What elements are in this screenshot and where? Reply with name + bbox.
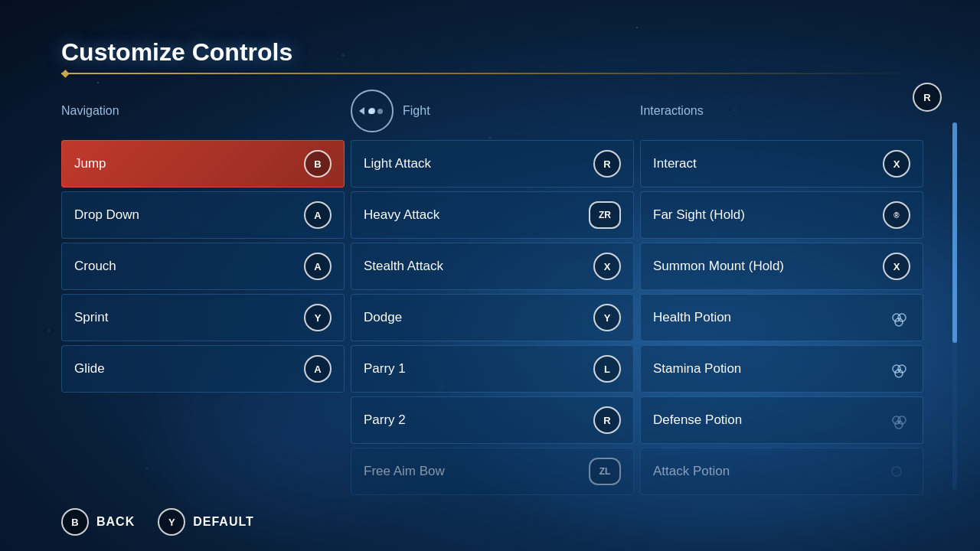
- dodge-key-badge: Y: [593, 304, 621, 331]
- summon-mount-label: Summon Mount (Hold): [653, 259, 784, 274]
- default-label: DEFAULT: [193, 515, 254, 529]
- sprint-label: Sprint: [74, 310, 108, 325]
- control-row-drop-down[interactable]: Drop Down A: [61, 191, 345, 239]
- svg-point-1: [893, 314, 900, 321]
- crouch-label: Crouch: [74, 259, 116, 274]
- control-row-jump[interactable]: Jump B: [61, 140, 345, 187]
- title-divider: [61, 73, 919, 74]
- parry-1-key-badge: L: [593, 355, 621, 383]
- health-potion-label: Health Potion: [653, 310, 731, 325]
- light-attack-label: Light Attack: [364, 156, 431, 171]
- interactions-header-label: Interactions: [640, 104, 923, 118]
- drop-down-label: Drop Down: [74, 207, 139, 223]
- fight-header-label: Fight: [403, 104, 430, 118]
- glide-key-badge: A: [304, 355, 332, 383]
- attack-potion-icon: [883, 458, 910, 485]
- bottom-bar: B BACK Y DEFAULT: [61, 497, 919, 536]
- stamina-potion-icon: [883, 355, 910, 383]
- control-row-sprint[interactable]: Sprint Y: [61, 294, 345, 341]
- far-sight-key-badge: ®: [883, 201, 910, 229]
- navigation-column: Jump B Drop Down A Crouch A Sprint Y Gli…: [61, 140, 345, 497]
- page-title: Customize Controls: [61, 38, 919, 67]
- defense-potion-label: Defense Potion: [653, 412, 742, 428]
- mid-dot-2: [377, 109, 383, 114]
- control-row-parry-2[interactable]: Parry 2 R: [351, 396, 634, 444]
- control-row-far-sight[interactable]: Far Sight (Hold) ®: [640, 191, 923, 239]
- stealth-attack-label: Stealth Attack: [364, 259, 443, 274]
- svg-point-4: [893, 365, 900, 373]
- back-key-badge: B: [61, 508, 89, 536]
- left-arrow-dot: [359, 107, 364, 115]
- default-key-badge: Y: [158, 508, 185, 536]
- free-aim-key-badge: ZL: [589, 458, 621, 485]
- parry-1-label: Parry 1: [364, 361, 406, 377]
- fight-column: Light Attack R Heavy Attack ZR Stealth A…: [351, 140, 634, 497]
- back-label: BACK: [96, 515, 135, 529]
- control-row-interact[interactable]: Interact X: [640, 140, 923, 187]
- columns-grid: Jump B Drop Down A Crouch A Sprint Y Gli…: [61, 140, 919, 497]
- stealth-attack-key-badge: X: [593, 253, 621, 280]
- heavy-attack-key-badge: ZR: [589, 201, 621, 229]
- sprint-key-badge: Y: [304, 304, 332, 331]
- control-row-parry-1[interactable]: Parry 1 L: [351, 345, 634, 393]
- svg-point-9: [897, 421, 900, 424]
- control-row-health-potion[interactable]: Health Potion: [640, 294, 923, 341]
- default-button[interactable]: Y DEFAULT: [158, 508, 254, 536]
- scrollbar-thumb: [952, 122, 957, 343]
- far-sight-label: Far Sight (Hold): [653, 207, 745, 223]
- control-row-defense-potion[interactable]: Defense Potion: [640, 396, 923, 444]
- top-right-r-button[interactable]: R: [913, 83, 942, 112]
- mid-dot-1: [368, 109, 374, 114]
- control-row-free-aim[interactable]: Free Aim Bow ZL: [351, 448, 634, 495]
- stamina-potion-label: Stamina Potion: [653, 361, 741, 377]
- fight-header: Fight: [351, 90, 634, 132]
- heavy-attack-label: Heavy Attack: [364, 207, 439, 223]
- parry-2-key-badge: R: [593, 406, 621, 434]
- control-row-heavy-attack[interactable]: Heavy Attack ZR: [351, 191, 634, 239]
- control-row-stealth-attack[interactable]: Stealth Attack X: [351, 243, 634, 290]
- crouch-key-badge: A: [304, 253, 332, 280]
- control-row-glide[interactable]: Glide A: [61, 345, 345, 393]
- columns-header: Navigation Fight Interactions: [61, 90, 919, 132]
- back-button[interactable]: B BACK: [61, 508, 135, 536]
- parry-2-label: Parry 2: [364, 412, 406, 428]
- control-row-light-attack[interactable]: Light Attack R: [351, 140, 634, 187]
- defense-potion-icon: [883, 406, 910, 434]
- control-row-summon-mount[interactable]: Summon Mount (Hold) X: [640, 243, 923, 290]
- dodge-label: Dodge: [364, 310, 402, 325]
- light-attack-key-badge: R: [593, 150, 621, 178]
- attack-potion-label: Attack Potion: [653, 464, 730, 479]
- fight-circle-selector[interactable]: [351, 90, 394, 132]
- control-row-stamina-potion[interactable]: Stamina Potion: [640, 345, 923, 393]
- interact-label: Interact: [653, 156, 697, 171]
- health-potion-icon: [883, 304, 910, 331]
- glide-label: Glide: [74, 361, 105, 377]
- main-content: Customize Controls Navigation Fight Inte…: [0, 0, 980, 551]
- control-row-crouch[interactable]: Crouch A: [61, 243, 345, 290]
- control-row-attack-potion[interactable]: Attack Potion: [640, 448, 923, 495]
- scrollbar[interactable]: [952, 122, 957, 490]
- nav-header-label: Navigation: [61, 104, 345, 118]
- svg-point-10: [892, 467, 901, 476]
- control-row-dodge[interactable]: Dodge Y: [351, 294, 634, 341]
- circle-dots: [359, 107, 383, 115]
- interactions-column: Interact X Far Sight (Hold) ® Summon Mou…: [640, 140, 923, 497]
- summon-mount-key-badge: X: [883, 253, 910, 280]
- jump-key-badge: B: [304, 150, 332, 178]
- interact-key-badge: X: [883, 150, 910, 178]
- drop-down-key-badge: A: [304, 201, 332, 229]
- jump-label: Jump: [74, 156, 106, 171]
- free-aim-label: Free Aim Bow: [364, 464, 445, 479]
